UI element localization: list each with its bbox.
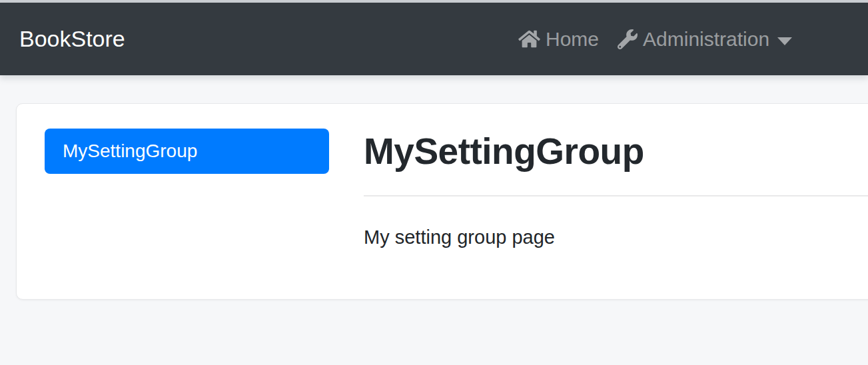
- nav-item-home[interactable]: Home: [518, 28, 599, 51]
- navbar: BookStore Home Administration: [0, 3, 868, 75]
- nav-item-home-label: Home: [546, 28, 599, 51]
- navbar-menu: Home Administration: [518, 3, 792, 75]
- home-icon: [518, 29, 540, 49]
- page-description: My setting group page: [364, 226, 868, 248]
- settings-content: MySettingGroup My setting group page: [364, 104, 868, 299]
- brand-link[interactable]: BookStore: [19, 3, 125, 75]
- nav-item-administration[interactable]: Administration: [618, 28, 792, 51]
- nav-item-administration-label: Administration: [643, 28, 769, 51]
- tab-my-setting-group[interactable]: MySettingGroup: [45, 129, 329, 174]
- page-title: MySettingGroup: [364, 129, 868, 173]
- chevron-down-icon: [777, 37, 792, 45]
- settings-tab-list: MySettingGroup: [45, 129, 329, 174]
- wrench-icon: [618, 29, 638, 49]
- settings-card: MySettingGroup MySettingGroup My setting…: [16, 103, 868, 300]
- divider: [364, 195, 868, 196]
